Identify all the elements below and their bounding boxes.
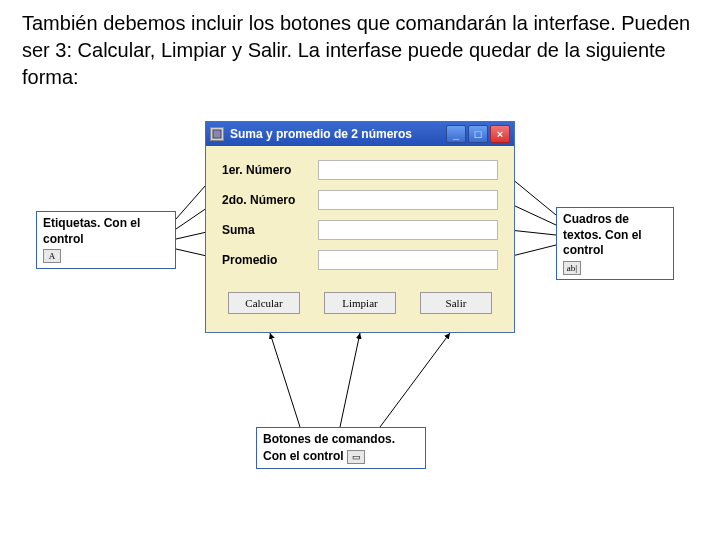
window-title: Suma y promedio de 2 números — [230, 127, 412, 141]
svg-line-8 — [270, 333, 300, 427]
annotation-textboxes: Cuadros de textos. Con el control ab| — [556, 207, 674, 280]
diagram-canvas: Suma y promedio de 2 números _ □ × 1er. … — [0, 91, 720, 521]
titlebar: Suma y promedio de 2 números _ □ × — [206, 122, 514, 146]
svg-line-10 — [380, 333, 450, 427]
label-tool-icon: A — [43, 249, 61, 263]
close-button[interactable]: × — [490, 125, 510, 143]
form-body: 1er. Número 2do. Número Suma Promedio Ca… — [206, 146, 514, 332]
annotation-textboxes-text: Cuadros de textos. Con el control — [563, 212, 642, 257]
annotation-buttons-text: Botones de comandos. Con el control — [263, 432, 395, 463]
annotation-buttons: Botones de comandos. Con el control ▭ — [256, 427, 426, 469]
textbox-n1[interactable] — [318, 160, 498, 180]
clear-button[interactable]: Limpiar — [324, 292, 396, 314]
minimize-button[interactable]: _ — [446, 125, 466, 143]
textbox-tool-icon: ab| — [563, 261, 581, 275]
label-n1: 1er. Número — [222, 163, 318, 177]
textbox-n2[interactable] — [318, 190, 498, 210]
maximize-button[interactable]: □ — [468, 125, 488, 143]
annotation-labels-text: Etiquetas. Con el control — [43, 216, 140, 246]
vb-form-window: Suma y promedio de 2 números _ □ × 1er. … — [205, 121, 515, 333]
label-n2: 2do. Número — [222, 193, 318, 207]
calc-button[interactable]: Calcular — [228, 292, 300, 314]
intro-paragraph: También debemos incluir los botones que … — [0, 0, 720, 91]
button-tool-icon: ▭ — [347, 450, 365, 464]
label-suma: Suma — [222, 223, 318, 237]
textbox-suma[interactable] — [318, 220, 498, 240]
label-prom: Promedio — [222, 253, 318, 267]
textbox-prom[interactable] — [318, 250, 498, 270]
exit-button[interactable]: Salir — [420, 292, 492, 314]
annotation-labels: Etiquetas. Con el control A — [36, 211, 176, 269]
svg-line-9 — [340, 333, 360, 427]
svg-rect-11 — [213, 130, 221, 138]
form-icon — [210, 127, 224, 141]
